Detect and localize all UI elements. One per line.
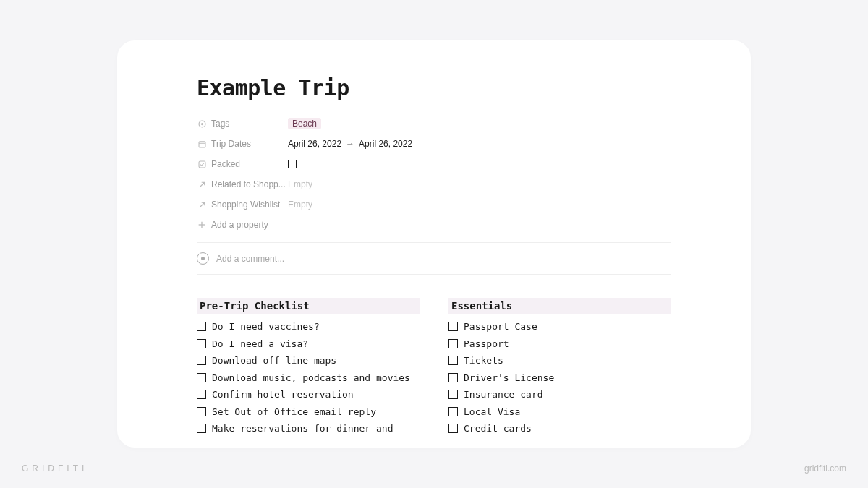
todo-checkbox[interactable] [197, 322, 206, 331]
todo-text[interactable]: Driver's License [464, 371, 671, 385]
property-trip-dates-label[interactable]: Trip Dates [197, 139, 288, 149]
add-comment-input[interactable]: Add a comment... [197, 243, 671, 275]
todo-text[interactable]: Passport Case [464, 320, 671, 334]
page-card: Example Trip Tags Beach Trip Dates April [117, 40, 751, 448]
todo-item[interactable]: Set Out of Office email reply [197, 405, 420, 419]
todo-item[interactable]: Tickets [448, 354, 671, 368]
property-related-shopping-value[interactable]: Empty [288, 179, 312, 189]
todo-checkbox[interactable] [197, 356, 206, 365]
todo-checkbox[interactable] [197, 339, 206, 348]
column-essentials: Essentials Passport CasePassportTicketsD… [448, 298, 671, 439]
comment-icon [197, 252, 209, 265]
todo-item[interactable]: Driver's License [448, 371, 671, 385]
todo-checkbox[interactable] [197, 407, 206, 416]
property-trip-dates[interactable]: Trip Dates April 26, 2022 → April 26, 20… [197, 134, 671, 154]
tag-chip-beach[interactable]: Beach [288, 118, 321, 129]
todo-checkbox[interactable] [197, 424, 206, 433]
add-property-button[interactable]: Add a property [197, 215, 671, 235]
todo-text[interactable]: Insurance card [464, 388, 671, 402]
heading-pretrip[interactable]: Pre-Trip Checklist [197, 298, 420, 314]
tag-icon [197, 119, 207, 129]
property-related-shopping-label[interactable]: Related to Shopp... [197, 179, 288, 189]
todo-text[interactable]: Confirm hotel reservation [212, 388, 420, 402]
todo-checkbox[interactable] [197, 373, 206, 382]
property-tags[interactable]: Tags Beach [197, 114, 671, 134]
plus-icon [197, 220, 207, 230]
todo-checkbox[interactable] [448, 424, 458, 433]
property-packed-label[interactable]: Packed [197, 159, 288, 169]
todo-text[interactable]: Tickets [464, 354, 671, 368]
page-title: Example Trip [197, 75, 671, 100]
todo-checkbox[interactable] [448, 407, 458, 416]
property-shopping-wishlist-label[interactable]: Shopping Wishlist [197, 200, 288, 210]
todo-checkbox[interactable] [448, 390, 458, 399]
property-tags-value[interactable]: Beach [288, 118, 321, 129]
todo-text[interactable]: Passport [464, 337, 671, 351]
todo-text[interactable]: Do I need a visa? [212, 337, 420, 351]
todo-item[interactable]: Passport Case [448, 320, 671, 334]
pretrip-list: Do I need vaccines?Do I need a visa?Down… [197, 320, 420, 436]
packed-checkbox[interactable] [288, 160, 297, 168]
content-columns: Pre-Trip Checklist Do I need vaccines?Do… [197, 298, 671, 439]
todo-text[interactable]: Make reservations for dinner and [212, 421, 420, 436]
todo-text[interactable]: Credit cards [464, 421, 671, 436]
essentials-list: Passport CasePassportTicketsDriver's Lic… [448, 320, 671, 436]
todo-text[interactable]: Do I need vaccines? [212, 320, 420, 334]
heading-essentials[interactable]: Essentials [448, 298, 671, 314]
property-packed-value[interactable] [288, 160, 297, 168]
todo-item[interactable]: Credit cards [448, 421, 671, 436]
todo-checkbox[interactable] [448, 322, 458, 331]
property-tags-label[interactable]: Tags [197, 119, 288, 129]
property-shopping-wishlist-value[interactable]: Empty [288, 200, 312, 210]
todo-item[interactable]: Insurance card [448, 388, 671, 402]
calendar-icon [197, 139, 207, 149]
column-pretrip: Pre-Trip Checklist Do I need vaccines?Do… [197, 298, 420, 439]
relation-icon [197, 179, 207, 189]
todo-text[interactable]: Download off-line maps [212, 354, 420, 368]
watermark-brand: GRIDFITI [22, 463, 88, 474]
svg-rect-2 [199, 141, 205, 147]
todo-checkbox[interactable] [448, 373, 458, 382]
arrow-icon: → [346, 139, 354, 149]
checkbox-property-icon [197, 159, 207, 169]
todo-item[interactable]: Download music, podcasts and movies [197, 371, 420, 385]
todo-item[interactable]: Local Visa [448, 405, 671, 419]
svg-rect-4 [199, 161, 205, 168]
todo-item[interactable]: Download off-line maps [197, 354, 420, 368]
properties-block: Tags Beach Trip Dates April 26, 2022 → A… [197, 114, 671, 235]
todo-item[interactable]: Passport [448, 337, 671, 351]
todo-item[interactable]: Do I need vaccines? [197, 320, 420, 334]
todo-checkbox[interactable] [448, 356, 458, 365]
property-shopping-wishlist[interactable]: Shopping Wishlist Empty [197, 194, 671, 215]
property-related-shopping[interactable]: Related to Shopp... Empty [197, 174, 671, 194]
todo-checkbox[interactable] [197, 390, 206, 399]
relation-icon [197, 200, 207, 210]
todo-item[interactable]: Make reservations for dinner and [197, 421, 420, 436]
todo-item[interactable]: Do I need a visa? [197, 337, 420, 351]
property-trip-dates-value[interactable]: April 26, 2022 → April 26, 2022 [288, 139, 412, 149]
property-packed[interactable]: Packed [197, 154, 671, 174]
todo-item[interactable]: Confirm hotel reservation [197, 388, 420, 402]
svg-point-1 [200, 122, 203, 124]
todo-text[interactable]: Local Visa [464, 405, 671, 419]
todo-text[interactable]: Download music, podcasts and movies [212, 371, 420, 385]
todo-text[interactable]: Set Out of Office email reply [212, 405, 420, 419]
todo-checkbox[interactable] [448, 339, 458, 348]
watermark-url: gridfiti.com [804, 463, 846, 474]
